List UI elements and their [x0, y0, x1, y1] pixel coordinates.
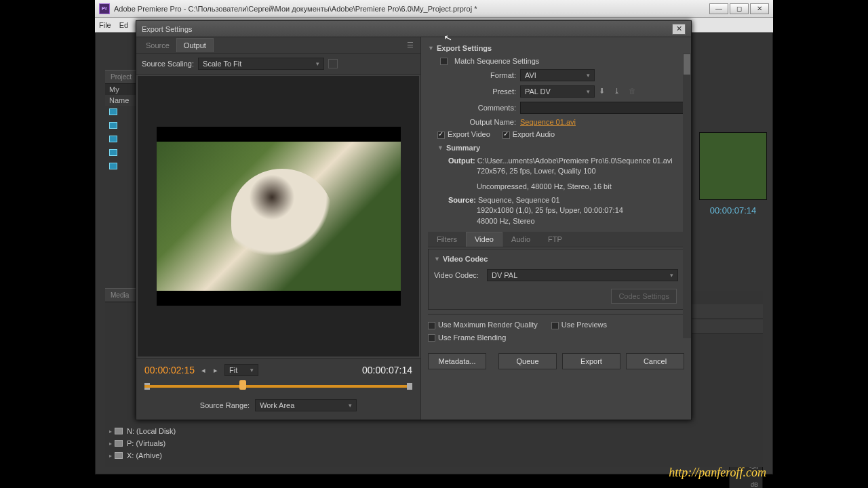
export-button[interactable]: Export: [562, 353, 620, 369]
disclosure-icon[interactable]: ▼: [437, 144, 443, 151]
close-button[interactable]: ✕: [750, 3, 769, 14]
tab-filters[interactable]: Filters: [428, 232, 466, 247]
minimize-button[interactable]: —: [709, 3, 728, 14]
preview-menu-icon[interactable]: ☰: [403, 39, 418, 51]
sequence-icon: [109, 108, 117, 115]
export-settings-header: Export Settings: [437, 44, 492, 52]
drive-item[interactable]: N: (Local Disk): [105, 425, 241, 437]
frame-blending-checkbox[interactable]: [428, 334, 435, 342]
match-sequence-checkbox[interactable]: [440, 58, 448, 65]
dialog-titlebar[interactable]: Export Settings ✕: [136, 21, 691, 37]
cancel-button[interactable]: Cancel: [626, 353, 684, 369]
menu-edit[interactable]: Ed: [119, 21, 128, 29]
program-monitor-thumb: [699, 132, 767, 200]
sequence-icon: [109, 163, 117, 169]
export-audio-checkbox[interactable]: [502, 131, 510, 139]
zoom-fit-dropdown[interactable]: Fit: [224, 364, 258, 376]
drive-icon: [115, 452, 123, 459]
video-codec-header: Video Codec: [443, 255, 488, 263]
comments-input[interactable]: [520, 102, 684, 114]
source-range-dropdown[interactable]: Work Area: [255, 399, 357, 411]
menu-file[interactable]: File: [99, 21, 111, 29]
tab-video[interactable]: Video: [466, 232, 502, 247]
export-settings-dialog: Export Settings ✕ Source Output ☰ Source…: [136, 20, 692, 420]
source-scaling-dropdown[interactable]: Scale To Fit: [198, 58, 324, 70]
preview-pane: Source Output ☰ Source Scaling: Scale To…: [136, 37, 421, 420]
import-preset-icon[interactable]: ⤓: [614, 87, 625, 96]
format-label: Format:: [428, 71, 516, 79]
use-previews-checkbox[interactable]: [551, 322, 559, 329]
dialog-close-button[interactable]: ✕: [672, 24, 686, 35]
drive-item[interactable]: P: (Virtuals): [105, 437, 241, 449]
comments-label: Comments:: [428, 104, 516, 112]
preview-frame: [157, 127, 401, 306]
tab-ftp[interactable]: FTP: [539, 232, 571, 247]
drive-icon: [115, 428, 123, 434]
step-back-icon[interactable]: ◂: [200, 365, 207, 376]
queue-button[interactable]: Queue: [498, 353, 557, 369]
output-name-label: Output Name:: [428, 118, 516, 126]
media-browser-drives: N: (Local Disk) P: (Virtuals) X: (Arhive…: [105, 425, 241, 462]
match-sequence-label: Match Sequence Settings: [454, 57, 539, 65]
program-timecode: 00:00:07:14: [699, 205, 767, 216]
source-scaling-label: Source Scaling:: [142, 60, 194, 68]
tab-output[interactable]: Output: [176, 38, 214, 52]
settings-scrollbar[interactable]: [683, 54, 691, 338]
preset-label: Preset:: [428, 87, 516, 96]
codec-settings-button: Codec Settings: [611, 289, 677, 304]
preset-dropdown[interactable]: PAL DV: [520, 85, 595, 98]
video-codec-section: ▼Video Codec Video Codec: DV PAL Codec S…: [428, 249, 684, 310]
output-name-link[interactable]: Sequence 01.avi: [520, 118, 576, 126]
transport-controls: 00:00:02:15 ◂ ▸ Fit 00:00:07:14 Source R…: [136, 358, 420, 420]
drive-item[interactable]: X: (Arhive): [105, 449, 241, 462]
playhead-icon[interactable]: [239, 380, 246, 390]
tab-audio[interactable]: Audio: [502, 232, 539, 247]
source-range-label: Source Range:: [200, 401, 250, 409]
sequence-icon: [109, 122, 117, 129]
preview-image: [157, 142, 401, 291]
metadata-button[interactable]: Metadata...: [428, 353, 486, 369]
summary-header: Summary: [446, 144, 480, 152]
format-dropdown[interactable]: AVI: [520, 69, 595, 81]
tab-source[interactable]: Source: [139, 39, 176, 52]
max-render-quality-checkbox[interactable]: [428, 322, 435, 329]
drive-icon: [115, 440, 123, 447]
export-video-checkbox[interactable]: [437, 131, 445, 139]
settings-pane: ▼Export Settings Match Sequence Settings…: [421, 37, 691, 420]
app-logo-icon: Pr: [99, 3, 110, 14]
disclosure-icon[interactable]: ▼: [434, 256, 440, 262]
out-point-icon[interactable]: [407, 383, 412, 390]
window-title: Adobe Premiere Pro - C:\Пользователи\Сер…: [114, 5, 477, 13]
current-timecode[interactable]: 00:00:02:15: [144, 365, 195, 375]
video-codec-label: Video Codec:: [434, 271, 483, 279]
video-codec-dropdown[interactable]: DV PAL: [487, 269, 678, 281]
save-preset-icon[interactable]: ⬇: [599, 87, 610, 96]
titlebar: Pr Adobe Premiere Pro - C:\Пользователи\…: [95, 0, 773, 18]
sequence-icon: [109, 136, 117, 142]
play-icon[interactable]: ▸: [212, 365, 219, 376]
sequence-icon: [109, 149, 117, 156]
crop-icon[interactable]: [328, 59, 338, 68]
timeline-slider[interactable]: [144, 380, 412, 392]
disclosure-icon[interactable]: ▼: [428, 45, 434, 52]
watermark: http://panferoff.com: [669, 466, 766, 480]
maximize-button[interactable]: ◻: [730, 3, 749, 14]
duration-timecode: 00:00:07:14: [362, 365, 412, 375]
delete-preset-icon[interactable]: 🗑: [629, 87, 639, 96]
dialog-title: Export Settings: [142, 25, 193, 33]
